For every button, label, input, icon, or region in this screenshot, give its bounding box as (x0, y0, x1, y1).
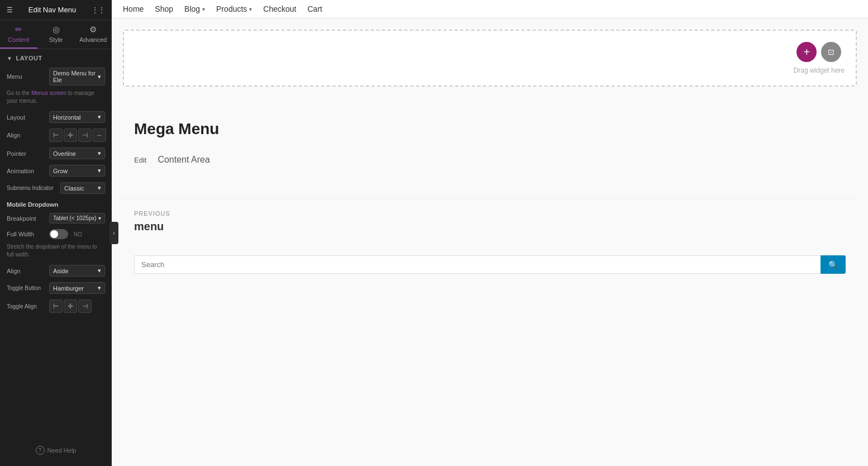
search-input[interactable] (134, 255, 821, 274)
menu-dropdown-arrow: ▾ (98, 73, 101, 80)
products-dropdown-arrow: ▾ (249, 6, 252, 12)
toggle-knob (50, 230, 58, 238)
pointer-value: Overline (53, 150, 76, 157)
breakpoint-dropdown[interactable]: Tablet (< 1025px) ▾ (49, 213, 105, 224)
menu-value: Demo Menu for Ele (53, 70, 98, 83)
tab-style[interactable]: ◎ Style (37, 20, 75, 49)
align-field-row: Align ⊢ ✛ ⊣ ↔ (0, 126, 112, 145)
advanced-tab-label: Advanced (79, 36, 107, 43)
search-row: 🔍 (123, 244, 857, 285)
breakpoint-dropdown-arrow: ▾ (98, 215, 101, 221)
toggle-align-label: Toggle Align (7, 303, 46, 310)
menus-screen-link[interactable]: Menus screen (31, 90, 66, 96)
breakpoint-label: Breakpoint (7, 215, 46, 222)
align-left-btn[interactable]: ⊢ (49, 129, 63, 142)
toggle-align-right-btn[interactable]: ⊣ (78, 299, 92, 313)
submenu-dropdown-arrow: ▾ (98, 184, 101, 192)
left-panel: ☰ Edit Nav Menu ⋮⋮ ✏ Content ◎ Style ⚙ A… (0, 0, 112, 466)
submenu-dropdown[interactable]: Classic ▾ (60, 182, 105, 194)
previous-section: PREVIOUS menu (123, 198, 857, 244)
search-button[interactable]: 🔍 (821, 255, 846, 274)
align-right-btn[interactable]: ⊣ (78, 129, 92, 142)
add-widget-button[interactable]: + (797, 42, 817, 62)
widget-zone-inner: + ⊡ Drag widget here (794, 42, 845, 74)
animation-label: Animation (7, 168, 46, 174)
blog-dropdown-arrow: ▾ (202, 6, 205, 12)
submenu-label: Submenu Indicator (7, 185, 57, 191)
mobile-align-label: Align (7, 268, 46, 274)
hamburger-icon[interactable]: ☰ (7, 6, 13, 14)
toggle-no-text: NO (74, 231, 82, 237)
search-icon: 🔍 (828, 260, 838, 269)
submenu-field-row: Submenu Indicator Classic ▾ (0, 179, 112, 197)
breakpoint-value: Tablet (< 1025px) (53, 215, 97, 221)
layout-section-arrow: ▼ (7, 55, 12, 61)
mobile-section-header: Mobile Dropdown (0, 197, 112, 210)
align-center-btn[interactable]: ✛ (64, 129, 77, 142)
toggle-button-label: Toggle Button (7, 285, 46, 291)
menu-field-row: Menu Demo Menu for Ele ▾ (0, 65, 112, 88)
align-label: Align (7, 132, 46, 139)
layout-dropdown[interactable]: Horizontal ▾ (49, 111, 105, 123)
grid-icon[interactable]: ⋮⋮ (92, 6, 105, 14)
toggle-button-field-row: Toggle Button Hamburger ▾ (0, 279, 112, 297)
full-width-toggle[interactable] (49, 229, 68, 239)
animation-field-row: Animation Grow ▾ (0, 162, 112, 179)
menu-dropdown[interactable]: Demo Menu for Ele ▾ (49, 68, 105, 85)
mobile-align-dropdown-arrow: ▾ (98, 267, 101, 274)
move-widget-button[interactable]: ⊡ (821, 42, 841, 62)
content-tab-label: Content (8, 36, 30, 43)
widget-buttons: + ⊡ (797, 42, 841, 62)
tab-content[interactable]: ✏ Content (0, 20, 37, 49)
animation-dropdown[interactable]: Grow ▾ (49, 165, 105, 177)
collapse-panel-handle[interactable]: ‹ (109, 222, 118, 244)
previous-title: menu (134, 220, 846, 233)
edit-link[interactable]: Edit (134, 156, 146, 164)
submenu-value: Classic (64, 185, 84, 192)
menu-hint: Go to the Menus screen to manage your me… (0, 88, 112, 108)
toggle-align-center-btn[interactable]: ✛ (64, 299, 77, 313)
panel-title: Edit Nav Menu (28, 6, 76, 14)
drag-text: Drag widget here (794, 66, 845, 74)
toggle-align-buttons: ⊢ ✛ ⊣ (49, 299, 92, 313)
nav-cart[interactable]: Cart (308, 4, 322, 13)
align-stretch-btn[interactable]: ↔ (93, 129, 106, 142)
content-area-label: Content Area (158, 155, 209, 165)
mega-menu-title: Mega Menu (134, 120, 219, 138)
panel-header: ☰ Edit Nav Menu ⋮⋮ (0, 0, 112, 20)
nav-home[interactable]: Home (123, 4, 144, 13)
nav-shop[interactable]: Shop (155, 4, 173, 13)
widget-zone: + ⊡ Drag widget here (123, 30, 857, 87)
help-row[interactable]: ? Need Help (0, 435, 112, 466)
toggle-button-dropdown-arrow: ▾ (98, 284, 101, 292)
mobile-align-field-row: Align Aside ▾ (0, 262, 112, 279)
advanced-tab-icon: ⚙ (89, 25, 97, 35)
nav-products[interactable]: Products ▾ (216, 4, 252, 13)
toggle-align-left-btn[interactable]: ⊢ (49, 299, 63, 313)
nav-checkout[interactable]: Checkout (263, 4, 296, 13)
full-width-label: Full Width (7, 231, 46, 237)
full-width-row: Full Width NO (0, 226, 112, 242)
nav-blog[interactable]: Blog ▾ (184, 4, 205, 13)
layout-label: Layout (7, 114, 46, 121)
style-tab-icon: ◎ (53, 25, 60, 35)
tab-advanced[interactable]: ⚙ Advanced (74, 20, 112, 49)
pointer-dropdown-arrow: ▾ (98, 150, 101, 157)
previous-label: PREVIOUS (134, 210, 846, 217)
animation-dropdown-arrow: ▾ (98, 167, 101, 174)
animation-value: Grow (53, 168, 68, 174)
toggle-button-value: Hamburger (53, 285, 84, 292)
align-buttons: ⊢ ✛ ⊣ ↔ (49, 129, 106, 142)
toggle-button-dropdown[interactable]: Hamburger ▾ (49, 282, 105, 294)
content-tab-icon: ✏ (15, 25, 22, 35)
mobile-align-value: Aside (53, 268, 69, 274)
layout-section-label: Layout (16, 55, 42, 61)
mobile-align-dropdown[interactable]: Aside ▾ (49, 265, 105, 277)
help-icon: ? (36, 446, 45, 455)
layout-section-header[interactable]: ▼ Layout (0, 49, 112, 65)
layout-dropdown-arrow: ▾ (98, 113, 101, 121)
mega-menu-section: Mega Menu Edit Content Area (123, 98, 857, 176)
pointer-dropdown[interactable]: Overline ▾ (49, 148, 105, 159)
nav-bar: Home Shop Blog ▾ Products ▾ Checkout Car… (112, 0, 868, 18)
breakpoint-field-row: Breakpoint Tablet (< 1025px) ▾ (0, 210, 112, 226)
